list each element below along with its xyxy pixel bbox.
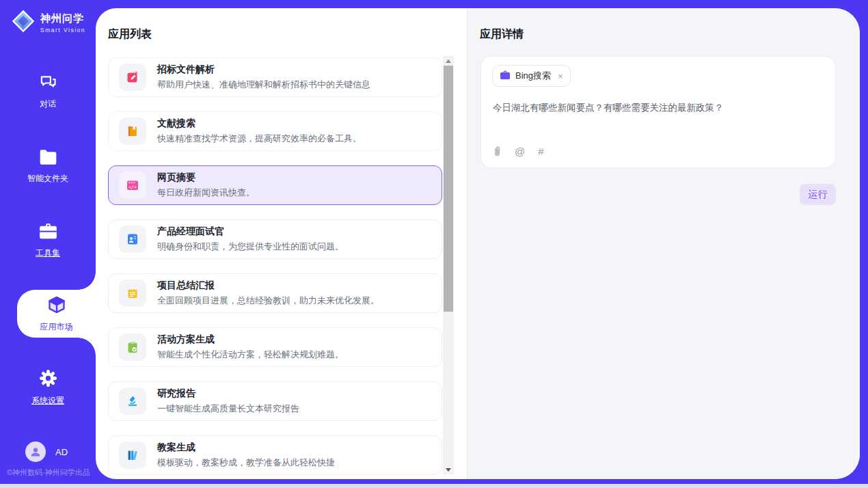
app-detail-panel: 应用详情 Bing搜索 × 今日湖北有哪些新闻要点？有哪些需要关注的最新政策？ bbox=[467, 8, 860, 479]
toolbox-icon bbox=[39, 223, 57, 243]
tool-tag-label: Bing搜索 bbox=[515, 70, 551, 82]
scroll-down-icon[interactable] bbox=[443, 465, 454, 474]
app-card-desc: 全面回顾项目进展，总结经验教训，助力未来优化发展。 bbox=[157, 295, 379, 307]
book-icon bbox=[119, 118, 146, 145]
bottom-edge-strip bbox=[0, 484, 868, 488]
prompt-composer: Bing搜索 × 今日湖北有哪些新闻要点？有哪些需要关注的最新政策？ @ # bbox=[480, 56, 836, 168]
cube-icon bbox=[47, 295, 66, 317]
app-card-desc: 模板驱动，教案秒成，教学准备从此轻松快捷 bbox=[157, 457, 335, 469]
copyright-footer: ©神州数码·神州问学出品 bbox=[7, 467, 90, 478]
microscope-icon bbox=[119, 388, 146, 415]
app-card-literature-search[interactable]: 文献搜索 快速精准查找学术资源，提高研究效率的必备工具。 bbox=[108, 111, 442, 151]
app-card-title: 产品经理面试官 bbox=[157, 226, 344, 238]
sidebar-item-label: 系统设置 bbox=[31, 395, 64, 407]
books-icon bbox=[119, 442, 146, 469]
app-card-desc: 帮助用户快速、准确地理解和解析招标书中的关键信息 bbox=[157, 79, 370, 91]
sidebar-item-settings[interactable]: 系统设置 bbox=[0, 369, 96, 407]
diamond-logo-icon bbox=[11, 9, 36, 36]
app-card-title: 研究报告 bbox=[157, 388, 299, 400]
edit-document-icon bbox=[119, 64, 146, 91]
gear-icon bbox=[39, 369, 57, 390]
prompt-input[interactable]: 今日湖北有哪些新闻要点？有哪些需要关注的最新政策？ bbox=[493, 102, 825, 114]
sidebar-item-label: 应用市场 bbox=[40, 321, 73, 333]
briefcase-icon bbox=[500, 70, 511, 83]
app-card-desc: 智能生成个性化活动方案，轻松解决规划难题。 bbox=[157, 349, 344, 361]
chat-icon bbox=[39, 74, 57, 94]
scrollbar[interactable] bbox=[443, 56, 454, 474]
app-list: 招标文件解析 帮助用户快速、准确地理解和解析招标书中的关键信息 文献搜索 bbox=[108, 57, 442, 475]
run-button[interactable]: 运行 bbox=[800, 184, 836, 205]
app-card-desc: 一键智能生成高质量长文本研究报告 bbox=[157, 403, 299, 415]
app-card-desc: 每日政府新闻资讯快查。 bbox=[157, 187, 255, 199]
paperclip-icon[interactable] bbox=[493, 146, 502, 157]
app-card-pm-interviewer[interactable]: 产品经理面试官 明确身份和职责，为您提供专业性的面试问题。 bbox=[108, 219, 442, 259]
brand-subtitle: Smart Vision bbox=[40, 27, 85, 33]
svg-text:</>: </> bbox=[128, 185, 137, 190]
clipboard-check-icon bbox=[119, 334, 146, 361]
app-detail-title: 应用详情 bbox=[480, 27, 524, 42]
sidebar-item-toolset[interactable]: 工具集 bbox=[0, 223, 96, 259]
sidebar: 神州问学 Smart Vision 对话 智能文件夹 bbox=[0, 0, 96, 484]
app-list-title: 应用列表 bbox=[108, 27, 152, 42]
brand-name: 神州问学 bbox=[40, 12, 85, 25]
sidebar-item-app-market[interactable]: 应用市场 bbox=[17, 290, 96, 338]
close-icon[interactable]: × bbox=[558, 72, 563, 81]
sidebar-item-label: 智能文件夹 bbox=[27, 173, 68, 185]
app-card-desc: 明确身份和职责，为您提供专业性的面试问题。 bbox=[157, 241, 344, 253]
sidebar-item-chat[interactable]: 对话 bbox=[0, 74, 96, 110]
app-card-title: 教案生成 bbox=[157, 442, 335, 454]
notepad-icon bbox=[119, 280, 146, 307]
sidebar-item-label: 对话 bbox=[40, 98, 56, 110]
app-card-desc: 快速精准查找学术资源，提高研究效率的必备工具。 bbox=[157, 133, 362, 145]
scrollbar-thumb[interactable] bbox=[444, 66, 453, 312]
interviewer-icon bbox=[119, 226, 146, 253]
sidebar-item-smart-folder[interactable]: 智能文件夹 bbox=[0, 149, 96, 185]
app-card-research-report[interactable]: 研究报告 一键智能生成高质量长文本研究报告 bbox=[108, 381, 442, 421]
app-card-title: 网页摘要 bbox=[157, 172, 255, 184]
app-list-panel: 应用列表 招标文件解析 帮助用户快速、准确地理解和解析招标书中的关键信息 bbox=[96, 8, 467, 479]
app-card-bid-document-parse[interactable]: 招标文件解析 帮助用户快速、准确地理解和解析招标书中的关键信息 bbox=[108, 57, 442, 97]
app-card-event-plan[interactable]: 活动方案生成 智能生成个性化活动方案，轻松解决规划难题。 bbox=[108, 327, 442, 367]
app-card-title: 项目总结汇报 bbox=[157, 280, 379, 292]
composer-toolbar: @ # bbox=[493, 146, 544, 157]
user-account[interactable]: AD bbox=[25, 442, 68, 462]
web-code-icon: </> bbox=[119, 172, 146, 199]
avatar bbox=[25, 442, 46, 462]
tool-tag-bing-search[interactable]: Bing搜索 × bbox=[492, 65, 571, 87]
at-mention-icon[interactable]: @ bbox=[515, 146, 525, 157]
app-card-title: 文献搜索 bbox=[157, 118, 362, 130]
brand-logo: 神州问学 Smart Vision bbox=[11, 9, 85, 36]
app-frame: 神州问学 Smart Vision 对话 智能文件夹 bbox=[0, 0, 868, 488]
sidebar-item-label: 工具集 bbox=[36, 247, 60, 259]
app-card-web-summary[interactable]: </> 网页摘要 每日政府新闻资讯快查。 bbox=[108, 165, 442, 205]
app-card-project-summary[interactable]: 项目总结汇报 全面回顾项目进展，总结经验教训，助力未来优化发展。 bbox=[108, 273, 442, 313]
hash-tag-icon[interactable]: # bbox=[538, 146, 543, 157]
app-card-title: 招标文件解析 bbox=[157, 64, 370, 76]
app-card-lesson-plan[interactable]: 教案生成 模板驱动，教案秒成，教学准备从此轻松快捷 bbox=[108, 435, 442, 475]
app-card-title: 活动方案生成 bbox=[157, 334, 344, 346]
user-name: AD bbox=[55, 447, 68, 457]
folder-icon bbox=[39, 149, 57, 168]
main-content: 应用列表 招标文件解析 帮助用户快速、准确地理解和解析招标书中的关键信息 bbox=[96, 8, 860, 479]
scroll-up-icon[interactable] bbox=[443, 56, 454, 66]
